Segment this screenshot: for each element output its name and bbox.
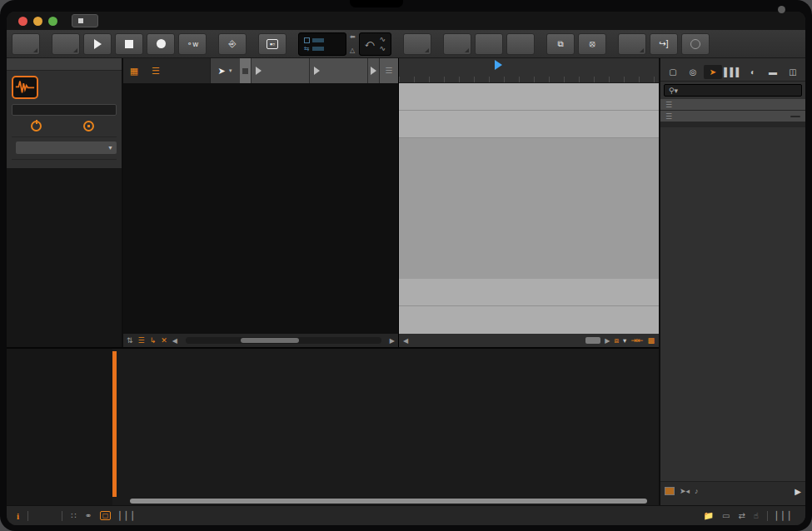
scene-options-button[interactable]: ☰ [380,58,398,83]
playhead-marker[interactable] [495,60,502,70]
layout-toggle-button[interactable]: ▪▫ [258,33,286,55]
device-chain-track-header[interactable] [117,349,138,505]
route-input-button[interactable] [12,160,64,165]
play-menu-button[interactable] [52,33,80,55]
punch-in-icon[interactable]: ⬅︎ [350,33,356,42]
browser-tab-plugins-icon[interactable]: ◫ [784,65,802,79]
redo-button[interactable] [506,33,535,55]
scene-2-header[interactable] [310,58,368,83]
audition-note-icon[interactable]: ♪ [695,487,699,495]
browser-tab-presets-icon[interactable]: ➤ [704,65,722,79]
scroll-left-icon[interactable]: ◀ [403,337,408,345]
loop-settings[interactable]: ⤺ ∿∿ [359,32,391,56]
activate-plugin-button[interactable] [83,121,97,132]
edit-menu-button[interactable] [443,33,471,55]
scene-play-icon[interactable] [256,67,262,75]
color-swatch[interactable] [665,487,675,495]
arranger-hscrollbar[interactable] [585,337,600,344]
metronome-mini-icon[interactable]: △ [350,47,356,55]
help-button[interactable] [681,33,710,55]
minimize-window-button[interactable] [33,17,42,26]
user-defined-name-input[interactable] [12,104,117,116]
snap-toggle-icon[interactable]: ⇥⇤ [630,336,643,345]
automation-curves-icon[interactable]: ⧈ [614,336,619,345]
browser-folder-icon[interactable]: 📁 [704,511,714,520]
automation-write-button[interactable]: ⚬w [178,33,207,55]
inspector-page-icon[interactable]: ▭ [722,511,730,520]
scroll-right-icon[interactable]: ▶ [390,337,395,345]
device-menu-button[interactable] [618,33,646,55]
scroll-left-icon[interactable]: ◀ [172,337,177,345]
follow-playhead-icons[interactable]: ⬅︎△ [350,33,356,55]
route-output-button[interactable] [64,160,117,165]
auto-audition-icon[interactable]: ➤◂ [680,487,690,495]
io-swap-icon[interactable]: ⇄ [738,511,745,520]
stop-all-clips-button[interactable] [240,58,252,83]
play-button[interactable] [83,33,112,55]
enable-plugin-button[interactable] [31,121,45,132]
metronome-button[interactable]: ⎆ [218,33,247,55]
loop-toggle-icon[interactable] [304,37,310,43]
timeline-ruler[interactable] [399,58,659,83]
show-mixer-icon[interactable]: ▏▏▏ [119,511,138,520]
browser-tab-files-icon[interactable]: ▬ [764,65,782,79]
arranger-track-lane[interactable] [399,83,659,111]
onscreen-keyboard-icon[interactable]: ▏▏▏ [776,511,795,520]
arranger-fx-lane[interactable] [399,279,659,306]
scroll-right-icon[interactable]: ▶ [605,337,610,345]
browser-search-input[interactable]: ⚲▾ [664,84,802,97]
show-device-panel-icon[interactable]: ▢ [100,511,112,520]
fade-curve-icon[interactable]: ∿ [379,36,386,43]
zoom-window-button[interactable] [48,17,57,26]
insert-device-button[interactable]: ↪] [650,33,678,55]
browser-tab-samples-icon[interactable]: ▌▌▌ [724,65,742,79]
delete-button[interactable]: ⦻ [578,33,606,55]
duplicate-icon: ⧉ [557,39,563,49]
record-button[interactable] [147,33,175,55]
grid-toggle-icon[interactable]: ▩ [647,336,655,345]
arranger-empty-area[interactable] [399,138,659,279]
undo-button[interactable] [475,33,503,55]
info-icon[interactable]: i [17,511,19,521]
power-icon [31,121,42,132]
loop-icon[interactable]: ⤺ [365,38,375,49]
arranger-master-lane[interactable] [399,306,659,334]
arranger-track-lane[interactable] [399,111,659,138]
browser-tab-music-icon[interactable]: ◐ [744,65,762,79]
locations-section-header[interactable]: ☰ [660,111,805,122]
fade-curve-icon-2[interactable]: ∿ [379,45,386,52]
scene-1-header[interactable] [252,58,310,83]
show-note-editor-icon[interactable]: ∷ [71,511,76,520]
shuffle-toggle-icon[interactable]: ⇆ [304,47,310,51]
transport-mini-toggles[interactable]: ⇆ [304,37,324,51]
project-tab[interactable] [72,14,98,27]
resize-tracks-icon[interactable]: ⇅ [127,336,133,345]
file-menu-button[interactable] [12,33,40,55]
list-view-icon[interactable]: ☰ [145,58,167,83]
transport-display[interactable]: ⇆ [298,32,346,56]
stop-button[interactable] [115,33,143,55]
show-returns-icon[interactable]: ↳ [150,336,157,345]
duplicate-button[interactable]: ⧉ [546,33,575,55]
scene-3-header-partial[interactable] [368,58,380,83]
preview-play-button[interactable]: ▶ [795,487,801,496]
favorites-section-header[interactable]: ☰ [660,99,805,111]
show-launcher-icon[interactable]: ☰ [138,336,145,345]
location-filter-chip[interactable] [790,116,800,117]
device-chain-scrollbar[interactable] [130,499,647,504]
grid-view-icon[interactable]: ▦ [123,58,145,83]
add-track-row[interactable] [123,83,398,97]
show-automation-icon[interactable]: ⚭ [84,511,91,520]
plugin-trust-dropdown[interactable]: ▼ [16,141,117,154]
close-window-button[interactable] [18,17,27,26]
touch-pointer-icon[interactable]: ☝ [754,511,759,520]
scene-play-icon[interactable] [314,67,320,75]
close-launcher-icon[interactable]: ✕ [161,336,167,345]
pointer-tool-button[interactable]: ➤▼ [210,58,240,83]
launcher-hscrollbar[interactable] [186,337,381,344]
browser-tab-devices-icon[interactable]: ▢ [664,65,682,79]
add-menu-button[interactable] [403,33,431,55]
grid-resolution-value[interactable]: ▾ [623,336,626,345]
track-list-empty-space [123,97,398,334]
browser-tab-modulators-icon[interactable]: ◎ [684,65,702,79]
